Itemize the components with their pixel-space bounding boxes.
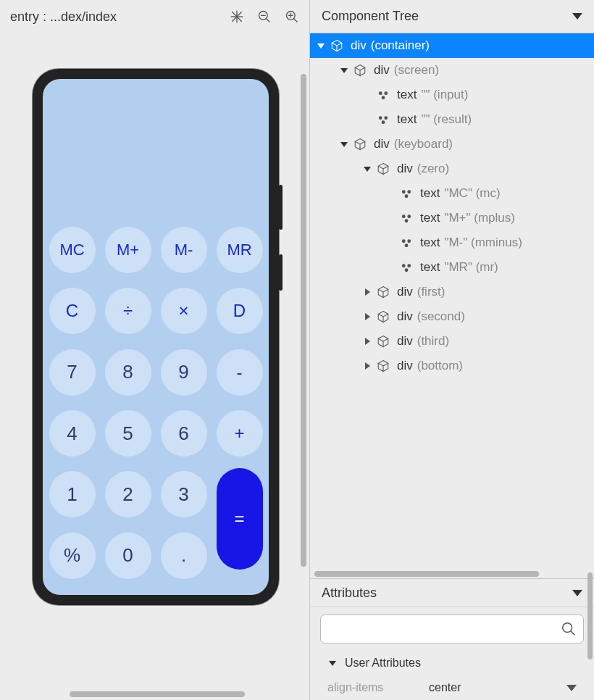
key-mc[interactable]: MC	[49, 227, 96, 273]
tree-horizontal-scrollbar[interactable]	[310, 570, 594, 578]
key-8[interactable]: 8	[105, 349, 151, 396]
attribute-name: align-items	[327, 681, 429, 694]
preview-vertical-scrollbar[interactable]	[301, 74, 306, 567]
tree-row[interactable]: div (bottom)	[310, 354, 594, 378]
tree-row[interactable]: div (first)	[310, 280, 594, 304]
zoom-in-icon[interactable]	[285, 9, 299, 24]
key-mr[interactable]: MR	[217, 227, 263, 273]
key-delete[interactable]: D	[217, 288, 263, 334]
tree-node-tag: div	[374, 137, 390, 151]
svg-point-24	[407, 239, 411, 243]
key-minus[interactable]: -	[217, 349, 263, 396]
tree-node-hint: "" (input)	[421, 88, 468, 102]
device-preview: MC M+ M- MR C ÷ × D 7 8 9 - 4 5 6 +	[33, 69, 279, 605]
chevron-down-icon	[327, 661, 338, 666]
tree-row[interactable]: div (screen)	[310, 58, 594, 83]
tree-row[interactable]: text "MC" (mc)	[310, 181, 594, 206]
tree-row[interactable]: text "M+" (mplus)	[310, 206, 594, 230]
tree-row[interactable]: text "M-" (mminus)	[310, 230, 594, 255]
leaf-icon	[375, 112, 391, 128]
preview-horizontal-scrollbar[interactable]	[70, 691, 245, 697]
leaf-icon	[375, 87, 391, 103]
collapse-panel-icon[interactable]	[572, 13, 582, 20]
key-plus[interactable]: +	[217, 410, 263, 457]
key-1[interactable]: 1	[49, 471, 96, 517]
key-percent[interactable]: %	[49, 533, 96, 579]
user-attributes-section[interactable]: User Attributes	[320, 651, 584, 675]
key-5[interactable]: 5	[105, 410, 151, 457]
chevron-right-icon[interactable]	[362, 338, 372, 345]
key-7[interactable]: 7	[49, 349, 96, 396]
chevron-right-icon[interactable]	[362, 313, 372, 320]
key-equals[interactable]: =	[217, 468, 263, 570]
tree-node-tag: text	[397, 88, 417, 102]
chevron-right-icon[interactable]	[362, 288, 372, 296]
cube-icon	[352, 62, 368, 78]
tree-node-hint: (zero)	[417, 162, 449, 176]
tree-node-hint: (first)	[417, 285, 446, 299]
tree-node-hint: (container)	[371, 38, 430, 53]
cube-icon	[375, 284, 391, 300]
component-tree-header: Component Tree	[310, 0, 594, 33]
side-vertical-scrollbar[interactable]	[587, 572, 593, 659]
key-3[interactable]: 3	[161, 471, 207, 517]
tree-row[interactable]: div (container)	[310, 33, 594, 58]
svg-point-13	[382, 96, 385, 99]
chevron-down-icon[interactable]	[362, 167, 372, 172]
cube-icon	[375, 333, 391, 349]
key-multiply[interactable]: ×	[161, 288, 207, 334]
attribute-value[interactable]: center	[429, 681, 566, 694]
tree-node-tag: text	[420, 236, 440, 250]
tree-node-hint: (bottom)	[417, 359, 463, 373]
component-tree[interactable]: div (container)div (screen)text "" (inpu…	[310, 33, 594, 570]
tree-node-tag: div	[397, 162, 413, 176]
tree-node-hint: (keyboard)	[394, 137, 453, 151]
svg-point-12	[384, 91, 388, 95]
key-clear[interactable]: C	[49, 288, 96, 334]
chevron-down-icon[interactable]	[339, 142, 349, 147]
attributes-search-input[interactable]	[320, 614, 584, 643]
chevron-down-icon[interactable]	[316, 43, 326, 49]
svg-point-22	[405, 219, 409, 222]
svg-point-21	[407, 214, 411, 218]
attributes-search	[320, 614, 584, 643]
attributes-title: Attributes	[322, 586, 377, 601]
tree-row[interactable]: text "" (input)	[310, 83, 594, 107]
key-0[interactable]: 0	[105, 533, 151, 579]
leaf-icon	[398, 259, 414, 275]
zoom-out-icon[interactable]	[257, 9, 272, 24]
key-mminus[interactable]: M-	[161, 227, 207, 273]
user-attributes-label: User Attributes	[345, 657, 421, 670]
attribute-row[interactable]: align-itemscenter	[320, 675, 584, 700]
tree-node-hint: "" (result)	[421, 112, 472, 127]
tree-node-hint: "MC" (mc)	[444, 186, 500, 201]
tree-row[interactable]: div (second)	[310, 304, 594, 329]
chevron-down-icon[interactable]	[339, 68, 349, 73]
tree-row[interactable]: div (zero)	[310, 157, 594, 181]
collapse-attributes-icon[interactable]	[572, 590, 582, 596]
key-dot[interactable]: .	[161, 533, 207, 579]
tree-node-tag: div	[397, 359, 413, 373]
tree-node-hint: "MR" (mr)	[444, 260, 498, 275]
key-2[interactable]: 2	[105, 471, 151, 517]
tree-row[interactable]: text "MR" (mr)	[310, 255, 594, 280]
cube-icon	[352, 136, 368, 152]
tree-row[interactable]: div (third)	[310, 329, 594, 354]
tree-node-hint: "M-" (mminus)	[444, 236, 522, 250]
key-4[interactable]: 4	[49, 410, 96, 457]
chevron-right-icon[interactable]	[362, 362, 372, 370]
dropdown-icon[interactable]	[566, 685, 577, 691]
tree-node-tag: text	[397, 112, 417, 127]
preview-header: entry : ...dex/index	[0, 0, 309, 33]
key-mplus[interactable]: M+	[105, 227, 151, 273]
key-divide[interactable]: ÷	[105, 288, 151, 334]
tree-row[interactable]: text "" (result)	[310, 107, 594, 132]
snowflake-icon[interactable]	[230, 9, 244, 24]
svg-point-18	[407, 190, 411, 193]
tree-row[interactable]: div (keyboard)	[310, 132, 594, 157]
tree-node-hint: (second)	[417, 309, 465, 324]
cube-icon	[375, 161, 391, 177]
key-9[interactable]: 9	[161, 349, 207, 396]
key-6[interactable]: 6	[161, 410, 207, 457]
leaf-icon	[398, 210, 414, 226]
